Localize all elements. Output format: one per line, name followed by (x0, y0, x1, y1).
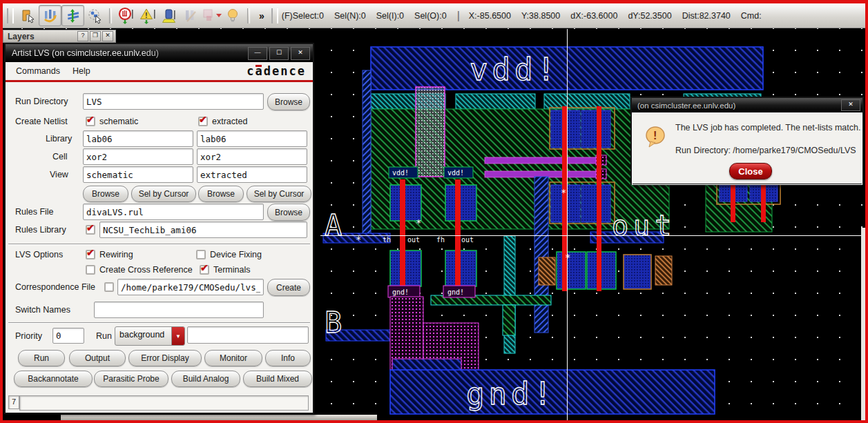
minimize-icon[interactable]: — (248, 47, 267, 60)
monitor-button[interactable]: Monitor (204, 350, 262, 366)
vdd-label: vdd! (470, 52, 559, 87)
correspondence-file-input[interactable] (117, 279, 264, 295)
rewiring-checkbox[interactable] (86, 250, 95, 259)
cell-schematic-input[interactable] (83, 148, 193, 165)
create-cross-reference-checkbox[interactable] (86, 265, 95, 275)
close-icon[interactable]: ✕ (102, 31, 113, 41)
lvs-statusbar: 7 (7, 394, 311, 412)
menu-help[interactable]: Help (66, 63, 97, 79)
library-extracted-input[interactable] (197, 130, 307, 147)
info-button[interactable]: Info (265, 350, 311, 366)
net-label: th (383, 236, 391, 244)
svg-text:*: * (561, 187, 566, 198)
cell-label: Cell (52, 152, 68, 161)
rewiring-label: Rewiring (99, 250, 133, 259)
layers-panel-bottom-sliver (61, 415, 377, 421)
partial-select-icon[interactable] (17, 6, 39, 26)
info-bubble-icon: ! (644, 126, 668, 153)
fill-pattern-dropdown-icon-disabled[interactable] (201, 6, 222, 26)
rules-library-checkbox[interactable] (86, 225, 95, 235)
help-icon[interactable]: ? (77, 31, 88, 41)
poly-wire (485, 157, 602, 164)
net-label: fh (436, 236, 445, 244)
extracted-checkbox[interactable] (198, 117, 208, 126)
correspondence-create-button[interactable]: Create (267, 279, 310, 296)
canvas-scrollbar[interactable] (861, 228, 865, 420)
stop-hand-icon[interactable] (115, 6, 137, 26)
vdd-small-label: vdd! (392, 169, 409, 177)
input-b-label: B (325, 306, 342, 340)
library-schematic-input[interactable] (83, 130, 193, 147)
close-icon[interactable]: ✕ (291, 47, 310, 60)
priority-input[interactable] (52, 328, 84, 344)
schematic-checkbox-label: schematic (99, 117, 138, 126)
run-extra-input[interactable] (187, 326, 309, 344)
gnd-label: gnd! (466, 376, 556, 411)
nmos-transistors-right (539, 252, 672, 289)
parasitic-probe-button[interactable]: Parasitic Probe (94, 371, 168, 387)
layers-panel-header[interactable]: Layers ? ❐ ✕ (3, 30, 116, 43)
net-label: out (407, 236, 420, 244)
switch-names-input[interactable] (94, 302, 264, 318)
select-objects-icon[interactable] (84, 6, 106, 26)
status-sel-n: Sel(N):0 (334, 11, 366, 21)
flight-lines-icon[interactable] (61, 5, 84, 26)
view-label: View (50, 170, 68, 179)
create-netlist-label: Create Netlist (15, 117, 68, 126)
run-directory-input[interactable] (83, 93, 264, 110)
msg-close-button[interactable]: Close (729, 163, 772, 179)
dropdown-arrow-icon[interactable]: ▼ (171, 327, 184, 345)
svg-text:!: ! (653, 130, 657, 141)
sel-by-cursor-extracted-button[interactable]: Sel by Cursor (247, 186, 311, 202)
build-mixed-button[interactable]: Build Mixed (243, 371, 312, 387)
rules-file-browse-button[interactable]: Browse (267, 204, 310, 221)
close-icon[interactable]: ✕ (841, 99, 860, 111)
schematic-checkbox[interactable] (86, 117, 95, 126)
device-fixing-checkbox[interactable] (196, 250, 206, 259)
build-analog-button[interactable]: Build Analog (171, 371, 240, 387)
run-mode-dropdown[interactable]: background ▼ (115, 326, 185, 346)
create-cross-reference-label: Create Cross Reference (99, 265, 193, 275)
cadence-logo: cadence (247, 64, 306, 78)
diff-wire (503, 305, 515, 335)
maximize-icon[interactable]: ☐ (269, 47, 289, 60)
status-dist: Dist:82.3740 (682, 11, 731, 21)
rules-library-input[interactable] (99, 222, 307, 238)
msg-titlebar[interactable]: (on csimcluster.ee.unlv.edu) ✕ (632, 98, 862, 112)
menu-commands[interactable]: Commands (10, 63, 66, 79)
lightbulb-icon[interactable] (222, 6, 244, 26)
layers-panel-title: Layers (8, 32, 76, 41)
run-directory-browse-button[interactable]: Browse (267, 93, 310, 110)
rules-file-input[interactable] (83, 204, 264, 220)
xor2-layout-drawing[interactable]: vdd! vdd! gnd! gnd! vdd! gnd! A B out th… (319, 29, 865, 420)
probe-lamp-icon[interactable] (158, 6, 180, 26)
validate-warning-icon[interactable]: ! (137, 6, 158, 26)
restore-icon[interactable]: ❐ (90, 31, 101, 41)
sel-by-cursor-schematic-button[interactable]: Sel by Cursor (131, 186, 196, 202)
browse-schematic-button[interactable]: Browse (83, 186, 128, 202)
run-button[interactable]: Run (18, 350, 65, 366)
terminals-checkbox[interactable] (200, 265, 209, 275)
status-cmd: Cmd: (741, 11, 762, 21)
browse-extracted-button[interactable]: Browse (198, 186, 244, 202)
status-divider: | (457, 10, 460, 22)
toolbar-grip[interactable] (7, 8, 14, 23)
hierarchy-edit-icon-disabled[interactable] (180, 6, 201, 26)
output-button[interactable]: Output (69, 350, 126, 366)
svg-text:*: * (416, 217, 421, 228)
cell-extracted-input[interactable] (197, 148, 307, 165)
toolbar-overflow-chevron[interactable]: » (259, 10, 264, 21)
correspondence-file-checkbox[interactable] (104, 282, 114, 292)
gnd-small-label: gnd! (392, 288, 409, 296)
device-fixing-label: Device Fixing (210, 250, 262, 259)
status-y: Y:38.8500 (521, 11, 560, 21)
net-label: out (461, 236, 474, 244)
view-extracted-input[interactable] (197, 166, 307, 183)
view-schematic-input[interactable] (83, 166, 193, 183)
toolbar-separator (247, 8, 250, 23)
lvs-titlebar[interactable]: Artist LVS (on csimcluster.ee.unlv.edu) … (6, 44, 313, 62)
backannotate-button[interactable]: Backannotate (14, 371, 93, 387)
toolbar-grip[interactable] (271, 8, 278, 23)
error-display-button[interactable]: Error Display (128, 350, 202, 366)
wire-route-icon[interactable] (39, 5, 61, 26)
